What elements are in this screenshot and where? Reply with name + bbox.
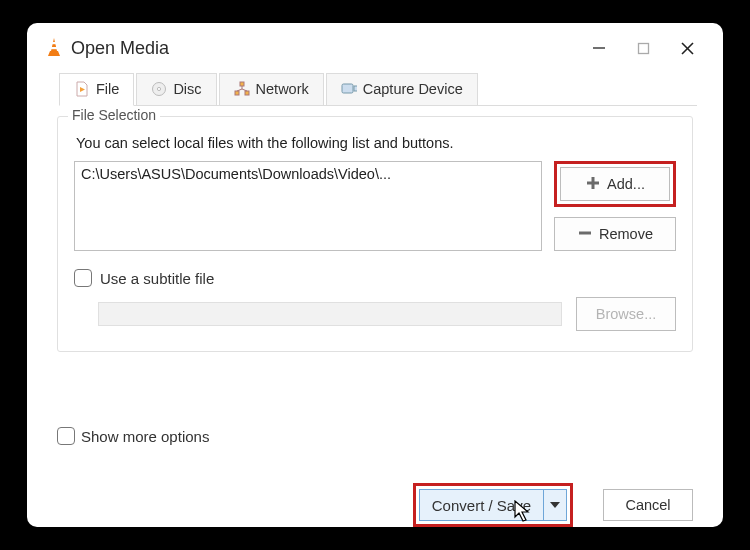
window-title: Open Media (71, 38, 169, 59)
add-button-label: Add... (607, 176, 645, 192)
subtitle-label: Use a subtitle file (100, 270, 214, 287)
tab-capture[interactable]: Capture Device (326, 73, 478, 105)
svg-rect-12 (235, 91, 239, 95)
convert-dropdown-toggle[interactable] (544, 490, 566, 520)
maximize-button[interactable] (621, 33, 665, 63)
plus-icon (585, 175, 601, 194)
tab-disc-label: Disc (173, 81, 201, 97)
tab-file-label: File (96, 81, 119, 97)
chevron-down-icon (550, 502, 560, 508)
remove-button[interactable]: Remove (554, 217, 676, 251)
svg-point-10 (158, 87, 161, 90)
show-more-checkbox[interactable] (57, 427, 75, 445)
minimize-button[interactable] (577, 33, 621, 63)
open-media-dialog: Open Media File Disc N (27, 23, 723, 527)
tab-network-label: Network (256, 81, 309, 97)
tab-content: File Selection You can select local file… (27, 106, 723, 427)
highlight-convert: Convert / Save (413, 483, 573, 527)
svg-rect-1 (52, 42, 57, 44)
minus-icon (577, 225, 593, 244)
browse-button-label: Browse... (596, 306, 656, 322)
close-button[interactable] (665, 33, 709, 63)
svg-rect-18 (354, 86, 357, 91)
svg-rect-17 (342, 84, 353, 93)
subtitle-path-input (98, 302, 562, 326)
capture-icon (341, 81, 357, 97)
tab-bar: File Disc Network Capture Device (59, 73, 697, 106)
network-icon (234, 81, 250, 97)
file-selection-hint: You can select local files with the foll… (76, 135, 676, 151)
file-selection-legend: File Selection (68, 107, 160, 123)
svg-marker-3 (48, 51, 60, 56)
tab-disc[interactable]: Disc (136, 73, 216, 105)
show-more-label: Show more options (81, 428, 209, 445)
file-list[interactable]: C:\Users\ASUS\Documents\Downloads\Video\… (74, 161, 542, 251)
svg-rect-2 (51, 47, 57, 49)
file-selection-group: File Selection You can select local file… (57, 116, 693, 352)
add-button[interactable]: Add... (560, 167, 670, 201)
highlight-add: Add... (554, 161, 676, 207)
file-path-entry[interactable]: C:\Users\ASUS\Documents\Downloads\Video\… (81, 166, 535, 182)
convert-save-label: Convert / Save (420, 490, 544, 520)
titlebar: Open Media (27, 23, 723, 69)
remove-button-label: Remove (599, 226, 653, 242)
vlc-icon (45, 37, 63, 60)
tab-capture-label: Capture Device (363, 81, 463, 97)
browse-button: Browse... (576, 297, 676, 331)
svg-rect-13 (245, 91, 249, 95)
cancel-button[interactable]: Cancel (603, 489, 693, 521)
tab-file[interactable]: File (59, 73, 134, 106)
disc-icon (151, 81, 167, 97)
subtitle-checkbox[interactable] (74, 269, 92, 287)
svg-rect-5 (638, 43, 648, 53)
svg-marker-22 (550, 502, 560, 508)
tab-network[interactable]: Network (219, 73, 324, 105)
file-icon (74, 81, 90, 97)
cancel-button-label: Cancel (625, 497, 670, 513)
svg-rect-11 (240, 82, 244, 86)
convert-save-button[interactable]: Convert / Save (419, 489, 567, 521)
